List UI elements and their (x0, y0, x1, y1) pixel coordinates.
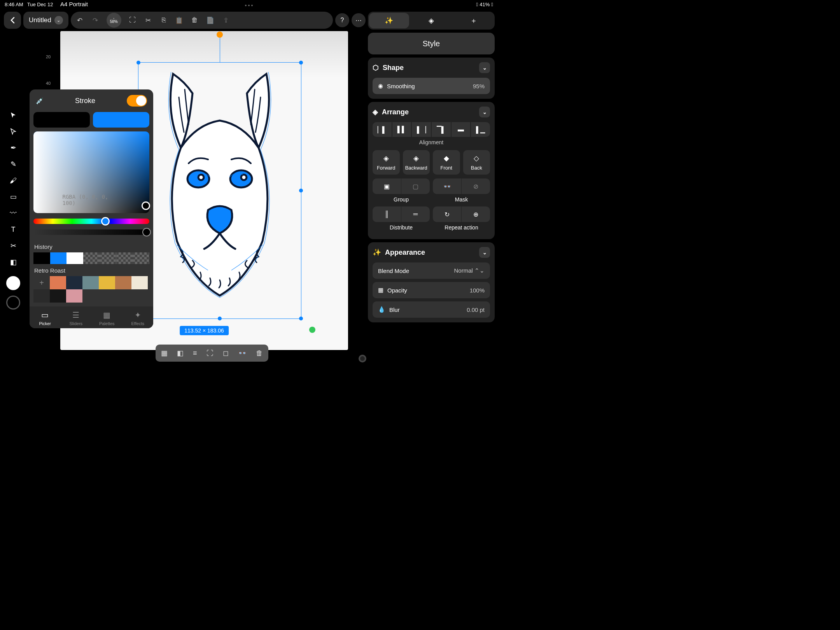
trash-icon[interactable]: 🗑 (256, 349, 263, 357)
hue-slider[interactable] (33, 219, 149, 224)
mask-icon[interactable]: 👓 (238, 349, 247, 357)
align-center-v-button[interactable]: ▬ (452, 122, 471, 137)
document-title[interactable]: Untitled ⌄ (23, 12, 68, 29)
history-swatch[interactable] (133, 252, 149, 264)
tab-add-icon[interactable]: ＋ (453, 13, 494, 28)
help-button[interactable]: ? (335, 13, 349, 27)
transform-origin-handle[interactable] (309, 327, 315, 333)
fill-color-swatch[interactable] (6, 276, 20, 290)
blend-mode-row[interactable]: Blend Mode Normal ⌃⌄ (373, 262, 490, 279)
group-button[interactable]: ▣ (373, 178, 401, 194)
align-bottom-button[interactable]: ▌▁ (471, 122, 490, 137)
tab-effects[interactable]: ✦Effects (122, 310, 154, 326)
cut-icon[interactable]: ✂ (144, 16, 152, 24)
tab-palettes[interactable]: ▦Palettes (91, 310, 122, 326)
more-button[interactable]: ⋯ (352, 13, 366, 27)
palette-swatch[interactable] (99, 276, 115, 289)
export-icon: ⇪ (222, 16, 230, 24)
tab-layers-icon[interactable]: ◈ (411, 13, 452, 28)
node-tool-icon[interactable] (7, 125, 19, 138)
shape-tool-icon[interactable]: ▭ (7, 191, 19, 203)
fill-swatch[interactable] (33, 112, 90, 128)
chevron-down-icon[interactable]: ⌄ (479, 62, 490, 73)
history-swatch[interactable] (66, 252, 83, 264)
alpha-thumb[interactable] (142, 228, 151, 236)
palette-swatch[interactable] (131, 276, 148, 289)
repeat-add-button[interactable]: ⊕ (462, 206, 490, 222)
align-left-button[interactable]: ▏▌ (373, 122, 392, 137)
unmask-button[interactable]: ⊘ (462, 178, 490, 194)
palette-swatch[interactable] (66, 289, 82, 303)
palette-swatch[interactable] (66, 276, 82, 289)
panel-drag-handle[interactable] (359, 355, 366, 362)
eyedropper-icon[interactable]: 💉 (36, 97, 44, 105)
back-button[interactable]: ◇Back (463, 150, 490, 175)
front-button[interactable]: ◆Front (433, 150, 460, 175)
stroke-enabled-toggle[interactable] (127, 95, 147, 107)
history-swatch[interactable] (100, 252, 116, 264)
history-swatch[interactable] (116, 252, 133, 264)
multitask-dots[interactable] (245, 5, 253, 6)
history-swatch[interactable] (50, 252, 67, 264)
zoom-indicator[interactable]: • 58% (107, 13, 121, 28)
pointer-tool-icon[interactable] (7, 109, 19, 121)
palette-swatch[interactable] (50, 289, 66, 303)
chevron-down-icon[interactable]: ⌄ (479, 107, 490, 117)
blur-row[interactable]: 💧 Blur 0.00 pt (373, 301, 490, 318)
history-swatch[interactable] (33, 252, 50, 264)
pencil-tool-icon[interactable]: ✎ (7, 158, 19, 170)
color-field-cursor[interactable] (142, 201, 150, 210)
selection-bounds[interactable] (138, 62, 301, 319)
mask-button[interactable]: 👓 (433, 178, 462, 194)
back-button[interactable] (4, 12, 21, 29)
palette-swatch[interactable] (115, 276, 131, 289)
flip-h-icon[interactable]: ◧ (177, 349, 184, 357)
ungroup-button[interactable]: ▢ (401, 178, 430, 194)
opacity-icon[interactable]: ▦ (161, 349, 168, 357)
brush-tool-icon[interactable]: 🖌 (7, 174, 19, 187)
eraser-tool-icon[interactable]: ◧ (7, 256, 19, 268)
palette-swatch[interactable] (33, 289, 50, 303)
mask-buttons: 👓 ⊘ (433, 178, 490, 194)
duplicate-icon[interactable]: ◻ (223, 349, 229, 357)
tab-sliders[interactable]: ☰Sliders (61, 310, 92, 326)
resize-handle-tl[interactable] (136, 61, 140, 65)
text-tool-icon[interactable]: T (7, 223, 19, 236)
color-field[interactable]: RGBA (0, 0, 0, 100) (33, 131, 149, 213)
stroke-color-swatch[interactable] (6, 296, 20, 310)
resize-handle-mb[interactable] (218, 317, 222, 320)
align-top-button[interactable]: ▔▌ (432, 122, 451, 137)
palette-swatch[interactable] (50, 276, 66, 289)
pen-tool-icon[interactable]: ✒ (7, 142, 19, 154)
hue-thumb[interactable] (101, 217, 110, 226)
tab-picker[interactable]: ▭Picker (30, 310, 61, 326)
align-center-h-button[interactable]: ▌▌ (392, 122, 411, 137)
distribute-v-button[interactable]: ═ (401, 206, 430, 222)
rotation-handle[interactable] (217, 32, 223, 38)
palette-swatch[interactable] (82, 276, 99, 289)
smoothing-row[interactable]: ◉ Smoothing 95% (373, 78, 490, 94)
copy-icon[interactable]: ⎘ (159, 16, 168, 24)
backward-button[interactable]: ◈Backward (403, 150, 430, 175)
tab-style-icon[interactable]: ✨ (369, 13, 409, 28)
distribute-h-button[interactable]: ║ (373, 206, 401, 222)
delete-icon[interactable]: 🗑 (191, 16, 199, 24)
resize-handle-mr[interactable] (299, 189, 303, 192)
align-right-button[interactable]: ▌▕ (412, 122, 431, 137)
undo-button[interactable]: ↶ (75, 16, 84, 24)
add-swatch-button[interactable]: + (33, 276, 50, 289)
repeat-button[interactable]: ↻ (433, 206, 462, 222)
align-icon[interactable]: ≡ (193, 349, 197, 357)
slice-tool-icon[interactable]: ✂ (7, 240, 19, 252)
stroke-swatch[interactable] (93, 112, 149, 128)
history-swatch[interactable] (83, 252, 100, 264)
freeform-tool-icon[interactable]: 〰 (7, 207, 19, 219)
resize-handle-tr[interactable] (299, 61, 303, 65)
opacity-row[interactable]: ▦ Opacity 100% (373, 282, 490, 298)
alpha-slider[interactable] (33, 229, 149, 235)
forward-button[interactable]: ◈Forward (373, 150, 400, 175)
chevron-down-icon[interactable]: ⌄ (479, 247, 490, 258)
select-tool-icon[interactable]: ⛶ (128, 16, 137, 24)
fit-icon[interactable]: ⛶ (206, 349, 214, 357)
resize-handle-br[interactable] (299, 317, 303, 320)
